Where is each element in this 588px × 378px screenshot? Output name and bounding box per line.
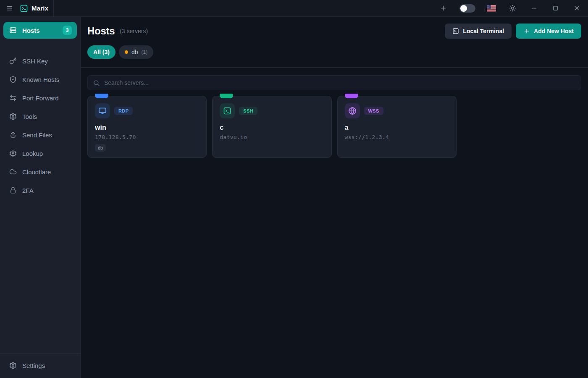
add-new-host-label: Add New Host <box>534 28 574 34</box>
main-content: Hosts (3 servers) Local Terminal Add New… <box>81 17 588 378</box>
search-box <box>87 75 581 90</box>
hamburger-icon <box>6 5 13 12</box>
host-address: wss://1.2.3.4 <box>345 134 449 140</box>
menu-button[interactable] <box>4 3 14 13</box>
host-tag: db <box>95 144 106 152</box>
cpu-icon <box>9 150 17 157</box>
sidebar-item-label: Port Forward <box>22 94 59 102</box>
sun-icon <box>509 5 516 12</box>
sidebar-item-settings[interactable]: Settings <box>0 356 80 375</box>
host-card-header: WSS <box>345 103 449 118</box>
sidebar-item-label: 2FA <box>22 187 34 194</box>
terminal-icon <box>220 103 235 118</box>
upload-icon <box>9 131 17 139</box>
theme-toggle[interactable] <box>459 4 475 13</box>
filter-chips: All (3)db(1) <box>81 39 588 59</box>
shield-check-icon <box>9 76 17 83</box>
sidebar-item-label: SSH Key <box>22 58 48 65</box>
sidebar-item-hosts[interactable]: Hosts 3 <box>3 22 77 39</box>
new-tab-button[interactable] <box>438 3 448 13</box>
sidebar: Hosts 3 SSH KeyKnown HostsPort ForwardTo… <box>0 17 81 378</box>
cloud-icon <box>9 168 17 176</box>
host-name: win <box>95 124 199 131</box>
protocol-badge: RDP <box>114 107 133 115</box>
monitor-icon <box>95 103 110 118</box>
host-address: 178.128.5.70 <box>95 134 199 140</box>
protocol-accent-bar <box>220 94 233 98</box>
server-icon <box>9 26 17 34</box>
minimize-button[interactable] <box>529 3 539 13</box>
app-logo-terminal-icon <box>20 4 28 13</box>
close-icon <box>573 5 580 12</box>
app-title: Marix <box>32 5 48 12</box>
maximize-button[interactable] <box>550 3 560 13</box>
filter-chip-all[interactable]: All (3) <box>87 45 116 59</box>
sidebar-item-label: Settings <box>22 362 45 369</box>
sidebar-item-2fa[interactable]: 2FA <box>0 181 80 200</box>
protocol-badge: SSH <box>239 107 257 115</box>
sidebar-item-label: Lookup <box>22 150 43 157</box>
terminal-icon <box>452 28 459 34</box>
sidebar-item-known-hosts[interactable]: Known Hosts <box>0 70 80 89</box>
titlebar: Marix <box>0 0 588 17</box>
host-cards-grid: RDPwin178.128.5.70dbSSHcdatvu.ioWSSawss:… <box>87 96 581 159</box>
sidebar-item-ssh-key[interactable]: SSH Key <box>0 52 80 70</box>
host-tags: db <box>95 144 199 152</box>
close-button[interactable] <box>572 3 582 13</box>
protocol-accent-bar <box>345 94 358 98</box>
sidebar-item-port-forward[interactable]: Port Forward <box>0 89 80 107</box>
sidebar-item-cloudflare[interactable]: Cloudflare <box>0 163 80 181</box>
maximize-icon <box>552 5 559 12</box>
search-icon <box>93 79 100 87</box>
sidebar-item-label: Cloudflare <box>22 168 51 176</box>
host-name: c <box>220 124 324 131</box>
server-count-subtitle: (3 servers) <box>120 28 148 34</box>
tag-color-dot <box>125 50 128 54</box>
host-card-header: SSH <box>220 103 324 118</box>
add-new-host-button[interactable]: Add New Host <box>516 24 581 39</box>
globe-icon <box>345 103 360 118</box>
gear-icon <box>9 362 17 369</box>
host-cards-area: RDPwin178.128.5.70dbSSHcdatvu.ioWSSawss:… <box>87 94 581 159</box>
filter-chip-db[interactable]: db(1) <box>119 45 153 59</box>
protocol-badge: WSS <box>364 107 383 115</box>
language-flag-icon[interactable] <box>487 5 496 12</box>
plus-icon <box>440 5 447 12</box>
filter-chip-count: (1) <box>141 49 147 55</box>
arrows-swap-icon <box>9 94 17 102</box>
key-icon <box>9 57 17 65</box>
plus-icon <box>523 28 530 34</box>
sidebar-item-lookup[interactable]: Lookup <box>0 144 80 163</box>
sidebar-nav: SSH KeyKnown HostsPort ForwardToolsSend … <box>0 52 80 200</box>
page-header: Hosts (3 servers) Local Terminal Add New… <box>81 17 588 39</box>
sidebar-item-label: Hosts <box>22 27 40 34</box>
sidebar-item-label: Send Files <box>22 131 52 139</box>
local-terminal-button[interactable]: Local Terminal <box>445 24 512 39</box>
host-card-c[interactable]: SSHcdatvu.io <box>212 96 331 158</box>
page-title: Hosts <box>87 25 115 37</box>
sidebar-footer: Settings <box>0 353 80 378</box>
local-terminal-label: Local Terminal <box>463 28 504 34</box>
header-actions: Local Terminal Add New Host <box>445 24 581 39</box>
search-input[interactable] <box>104 79 576 86</box>
host-card-header: RDP <box>95 103 199 118</box>
gear-icon <box>9 113 17 120</box>
filter-chip-label: db <box>131 49 138 55</box>
host-card-a[interactable]: WSSawss://1.2.3.4 <box>337 96 457 158</box>
sidebar-item-label: Tools <box>22 113 37 120</box>
host-name: a <box>345 124 449 131</box>
protocol-accent-bar <box>95 94 108 98</box>
brightness-button[interactable] <box>507 3 517 13</box>
lock-icon <box>9 186 17 194</box>
hosts-count-badge: 3 <box>63 26 72 35</box>
host-card-win[interactable]: RDPwin178.128.5.70db <box>87 96 207 158</box>
titlebar-app-section: Marix <box>0 0 54 16</box>
host-address: datvu.io <box>220 134 324 140</box>
sidebar-item-send-files[interactable]: Send Files <box>0 126 80 144</box>
sidebar-item-label: Known Hosts <box>22 76 59 83</box>
toggle-knob <box>460 5 467 12</box>
minimize-icon <box>530 5 538 12</box>
sidebar-item-tools[interactable]: Tools <box>0 107 80 126</box>
filter-chip-label: All (3) <box>93 49 110 55</box>
titlebar-controls <box>438 0 588 16</box>
